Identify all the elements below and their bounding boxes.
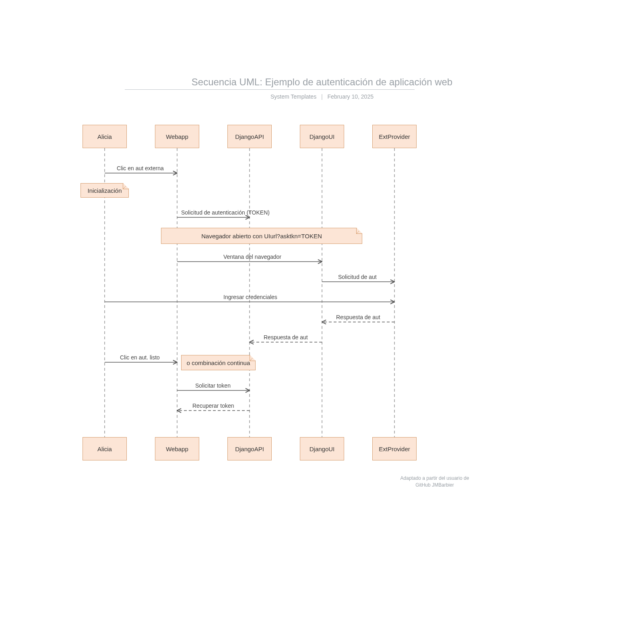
msg-enter-credentials: Ingresar credenciales bbox=[223, 294, 277, 300]
msg-auth-response-1: Respuesta de aut bbox=[336, 314, 380, 320]
diagram-title: Secuencia UML: Ejemplo de autenticación … bbox=[0, 76, 644, 88]
participant-webapp-top: Webapp bbox=[155, 125, 199, 148]
msg-retrieve-token: Recuperar token bbox=[192, 402, 234, 409]
msg-auth-request: Solicitud de aut bbox=[338, 274, 377, 280]
attribution-line2: GitHub JMBarbier bbox=[394, 482, 475, 489]
diagram-canvas: Secuencia UML: Ejemplo de autenticación … bbox=[0, 0, 644, 644]
participant-extprovider-top: ExtProvider bbox=[372, 125, 417, 148]
note-fold-icon bbox=[123, 183, 129, 189]
msg-auth-response-2: Respuesta de aut bbox=[264, 334, 308, 341]
participant-webapp-bottom: Webapp bbox=[155, 437, 199, 460]
msg-request-token: Solicitar token bbox=[195, 382, 231, 389]
note-fold-icon bbox=[250, 355, 256, 361]
msg-click-ext-auth: Clic en aut externa bbox=[117, 165, 164, 171]
participant-alicia-bottom: Alicia bbox=[83, 437, 127, 460]
participant-extprovider-bottom: ExtProvider bbox=[372, 437, 417, 460]
note-combination-wrapper: o combinación continua bbox=[181, 355, 256, 370]
participant-djangoapi-top: DjangoAPI bbox=[227, 125, 272, 148]
msg-click-auth-done: Clic en aut. listo bbox=[120, 354, 160, 361]
note-combination: o combinación continua bbox=[181, 355, 256, 370]
note-browser-open: Navegador abierto con UIurl?asktkn=TOKEN bbox=[161, 228, 362, 244]
attribution: Adaptado a partir del usuario de GitHub … bbox=[394, 475, 475, 489]
msg-auth-request-token: Solicitud de autenticación (TOKEN) bbox=[181, 209, 270, 216]
date-label: February 10, 2025 bbox=[328, 93, 374, 100]
participant-alicia-top: Alicia bbox=[83, 125, 127, 148]
diagram-subtitle: System Templates | February 10, 2025 bbox=[0, 93, 644, 100]
subtitle-separator: | bbox=[321, 93, 323, 100]
note-browser-open-wrapper: Navegador abierto con UIurl?asktkn=TOKEN bbox=[161, 228, 362, 244]
participant-djangoui-top: DjangoUI bbox=[300, 125, 344, 148]
author-label: System Templates bbox=[270, 93, 316, 100]
note-fold-icon bbox=[356, 228, 362, 234]
note-init: Inicialización bbox=[80, 183, 129, 198]
msg-browser-window: Ventana del navegador bbox=[223, 254, 281, 260]
participant-djangoui-bottom: DjangoUI bbox=[300, 437, 344, 460]
attribution-line1: Adaptado a partir del usuario de bbox=[394, 475, 475, 482]
note-init-wrapper: Inicialización bbox=[80, 183, 129, 198]
participant-djangoapi-bottom: DjangoAPI bbox=[227, 437, 272, 460]
title-underline bbox=[125, 89, 415, 90]
